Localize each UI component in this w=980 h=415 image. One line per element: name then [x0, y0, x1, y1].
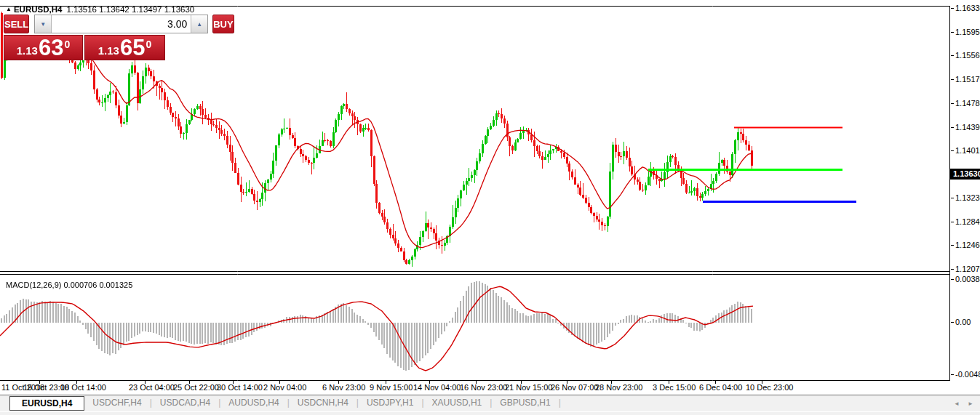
time-axis-label: 6 Dec 04:00: [699, 383, 742, 392]
time-axis-label: 23 Oct 04:00: [129, 383, 175, 392]
price-axis-label: 1.15560: [951, 51, 980, 60]
macd-axis-label: -0.004856: [951, 370, 980, 379]
sell-price-display[interactable]: 1.13 63 0: [4, 35, 83, 60]
price-axis-label: 1.12070: [951, 265, 980, 274]
time-axis-tick: [715, 381, 716, 384]
time-axis-tick: [521, 381, 522, 384]
macd-axis-label: 0.00: [951, 318, 971, 327]
price-axis-label: 1.16330: [951, 4, 980, 13]
volume-decrease-button[interactable]: ▼: [35, 15, 52, 33]
buy-button[interactable]: BUY: [212, 15, 234, 33]
time-axis-label: 9 Nov 15:00: [370, 383, 413, 392]
buy-price-display[interactable]: 1.13 65 0: [84, 35, 165, 60]
time-axis-label: 30 Oct 14:00: [217, 383, 263, 392]
time-axis-label: 26 Nov 07:00: [551, 383, 598, 392]
time-axis-tick: [476, 381, 477, 384]
status-strip: [0, 412, 980, 415]
current-price-tag: 1.13630: [950, 169, 980, 180]
time-axis-label: 21 Nov 15:00: [505, 383, 552, 392]
tab-gbpusd-h1[interactable]: GBPUSD,H1: [492, 395, 558, 410]
time-axis-label: 2 Nov 04:00: [263, 383, 306, 392]
time-axis-label: 6 Nov 23:00: [322, 383, 365, 392]
price-axis-label: 1.13230: [951, 193, 980, 203]
time-axis-tick: [338, 381, 339, 384]
time-axis-tick: [611, 381, 612, 384]
tab-scroll-left-icon[interactable]: ◄: [954, 400, 960, 407]
macd-axis-label: 0.003847: [951, 275, 980, 284]
volume-spinner: ▼ ▲: [34, 15, 208, 33]
time-axis-tick: [76, 381, 77, 384]
tab-strip: EURUSD,H4USDCHF,H4|USDCAD,H4|AUDUSD,H4|U…: [9, 395, 561, 411]
price-axis-label: 1.14390: [951, 123, 980, 132]
time-axis-tick: [233, 381, 234, 384]
tab-usdcad-h4[interactable]: USDCAD,H4: [152, 395, 218, 410]
chart-symbol-period: EURUSD,H4: [14, 5, 62, 14]
time-axis-label: 10 Dec 23:00: [746, 383, 793, 392]
buy-price-prefix: 1.13: [98, 44, 119, 57]
time-axis-label: 3 Dec 15:00: [653, 383, 696, 392]
tab-separator: |: [559, 395, 561, 411]
tab-scroll-right-icon[interactable]: ►: [968, 400, 973, 407]
price-axis-label: 1.15950: [951, 28, 980, 37]
time-axis-label: 14 Nov 04:00: [413, 383, 461, 392]
time-axis-tick: [429, 381, 430, 384]
price-axis-label: 1.12460: [951, 241, 980, 250]
chevron-up-icon: ▲: [196, 21, 202, 28]
time-axis-tick: [189, 381, 190, 384]
time-axis-tick: [669, 381, 669, 384]
chevron-down-icon: ▼: [40, 21, 46, 28]
chart-ohlc-values: 1.13516 1.13642 1.13497 1.13630: [66, 5, 194, 14]
price-axis-label: 1.12840: [951, 217, 980, 227]
price-axis-label: 1.15170: [951, 75, 980, 84]
tab-usdjpy-h1[interactable]: USDJPY,H1: [359, 395, 421, 410]
time-axis-label: 16 Nov 23:00: [460, 383, 507, 392]
chart-tab-bar: EURUSD,H4USDCHF,H4|USDCAD,H4|AUDUSD,H4|U…: [0, 395, 980, 411]
volume-increase-button[interactable]: ▲: [191, 15, 207, 33]
chart-marker-icon: ▲: [6, 6, 12, 12]
buy-price-big: 65: [120, 36, 145, 59]
macd-indicator-label: MACD(12,26,9) 0.000706 0.001325: [6, 281, 132, 289]
time-axis-tick: [567, 381, 567, 384]
sell-button[interactable]: SELL: [4, 15, 29, 33]
price-axis-label: 1.14010: [951, 146, 980, 156]
sell-price-prefix: 1.13: [17, 44, 38, 57]
one-click-trading-panel: SELL ▼ ▲ BUY 1.13 63 0 1.13 65 0: [4, 15, 165, 60]
buy-price-pips: 0: [146, 39, 151, 50]
price-axis-label: 1.14780: [951, 99, 980, 108]
chart-title: ▲EURUSD,H41.13516 1.13642 1.13497 1.1363…: [6, 5, 194, 14]
time-axis-tick: [39, 381, 40, 384]
sell-price-pips: 0: [64, 39, 70, 50]
tab-eurusd-h4[interactable]: EURUSD,H4: [9, 396, 84, 411]
tab-xauusd-h1[interactable]: XAUUSD,H1: [424, 395, 490, 410]
time-axis-tick: [762, 381, 762, 384]
time-axis-label: 28 Nov 23:00: [595, 383, 642, 392]
time-axis-label: 18 Oct 14:00: [60, 383, 106, 392]
sell-price-big: 63: [39, 36, 63, 59]
tab-audusd-h4[interactable]: AUDUSD,H4: [220, 395, 287, 410]
time-axis-tick: [386, 381, 386, 384]
time-axis-tick: [279, 381, 280, 384]
tab-usdchf-h4[interactable]: USDCHF,H4: [84, 395, 149, 410]
time-axis-tick: [145, 381, 146, 384]
volume-input[interactable]: [52, 15, 191, 33]
time-axis-label: 25 Oct 22:00: [173, 383, 219, 392]
tab-usdcnh-h4[interactable]: USDCNH,H4: [290, 395, 356, 410]
